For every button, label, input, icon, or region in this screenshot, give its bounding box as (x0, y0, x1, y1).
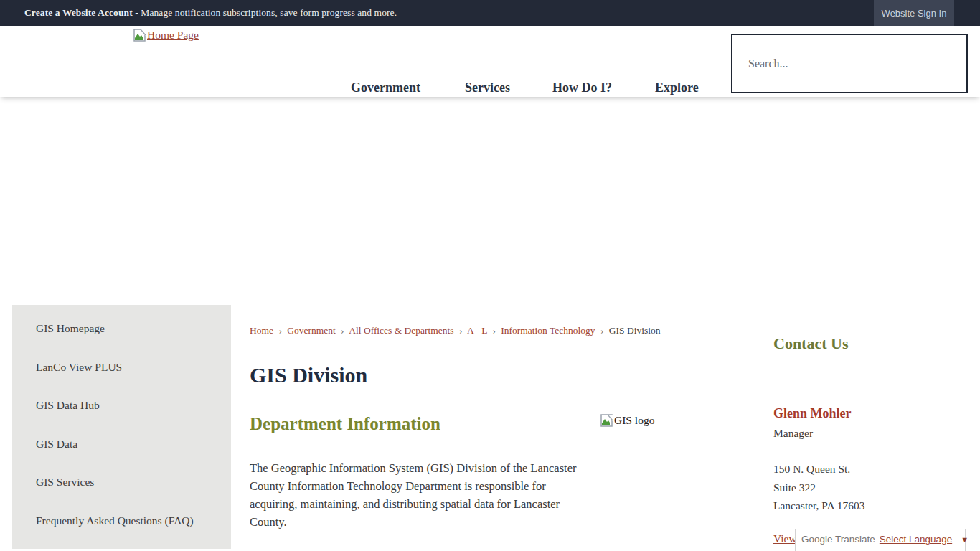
breadcrumb-separator: › (275, 325, 285, 336)
contact-role: Manager (773, 427, 813, 440)
nav-item-government[interactable]: Government (351, 80, 420, 95)
content-divider (755, 323, 755, 551)
nav-item-services[interactable]: Services (465, 80, 510, 95)
breadcrumb-current-page: GIS Division (609, 325, 661, 336)
breadcrumb-separator: › (338, 325, 347, 336)
search-input[interactable] (732, 35, 966, 92)
home-logo-alt-text[interactable]: Home Page (147, 29, 199, 42)
home-logo-link[interactable]: Home Page (133, 29, 199, 45)
department-information-heading: Department Information (250, 414, 440, 434)
page: Create a Website Account - Manage notifi… (0, 0, 980, 551)
gis-sidebar-menu: GIS Homepage LanCo View PLUS GIS Data Hu… (12, 305, 231, 549)
account-promo-text[interactable]: Create a Website Account - Manage notifi… (24, 7, 397, 19)
breadcrumb-link-home[interactable]: Home (250, 325, 273, 336)
contact-name: Glenn Mohler (773, 406, 852, 421)
sidebar-item-lanco-view-plus[interactable]: LanCo View PLUS (12, 358, 231, 397)
sidebar-item-gis-services[interactable]: GIS Services (12, 473, 231, 512)
address-line-3: Lancaster, PA 17603 (773, 496, 865, 515)
department-description: The Geographic Information System (GIS) … (250, 459, 588, 531)
contact-address: 150 N. Queen St. Suite 322 Lancaster, PA… (773, 460, 865, 515)
contact-us-heading: Contact Us (773, 334, 849, 353)
account-promo-bold[interactable]: Create a Website Account (24, 7, 133, 18)
google-translate-brand: Google Translate (801, 534, 875, 545)
gis-logo-alt-text: GIS logo (614, 414, 654, 427)
sidebar-item-gis-homepage[interactable]: GIS Homepage (12, 319, 231, 358)
nav-item-explore[interactable]: Explore (655, 80, 699, 95)
select-language-link[interactable]: Select Language (880, 534, 952, 545)
gis-logo-broken-image: GIS logo (600, 414, 654, 430)
address-line-1: 150 N. Queen St. (773, 460, 865, 479)
sidebar-item-faq[interactable]: Frequently Asked Questions (FAQ) (12, 512, 231, 550)
breadcrumb-link-all-offices[interactable]: All Offices & Departments (349, 325, 453, 336)
sidebar-item-gis-data-hub[interactable]: GIS Data Hub (12, 396, 231, 435)
breadcrumb-link-a-l[interactable]: A - L (467, 325, 487, 336)
account-promo-rest: - Manage notification subscriptions, sav… (133, 7, 397, 18)
search-box (731, 34, 968, 93)
breadcrumb-separator: › (489, 325, 499, 336)
site-header: Home Page Government Services How Do I? … (0, 26, 980, 97)
breadcrumb-link-information-technology[interactable]: Information Technology (501, 325, 595, 336)
broken-image-icon (133, 29, 146, 45)
google-translate-widget: Google Translate Select Language ▼ (795, 529, 966, 551)
chevron-down-icon[interactable]: ▼ (961, 535, 969, 544)
sidebar-item-gis-data[interactable]: GIS Data (12, 435, 231, 474)
breadcrumb-separator: › (456, 325, 466, 336)
page-title: GIS Division (250, 363, 367, 387)
breadcrumb: Home › Government › All Offices & Depart… (250, 325, 660, 336)
breadcrumb-link-government[interactable]: Government (287, 325, 335, 336)
nav-item-how-do-i[interactable]: How Do I? (552, 80, 612, 95)
broken-image-icon (600, 414, 613, 430)
address-line-2: Suite 322 (773, 479, 865, 497)
breadcrumb-separator: › (598, 325, 607, 336)
